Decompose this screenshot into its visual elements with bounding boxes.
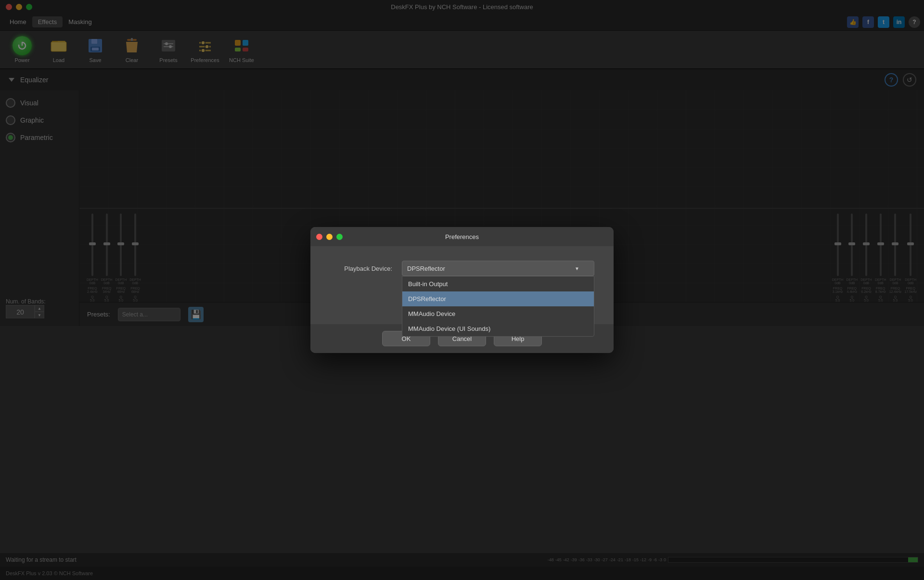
dialog-titlebar: Preferences (310, 227, 614, 246)
dropdown-arrow-icon: ▼ (575, 266, 579, 271)
device-dropdown-list: Built-in Output DPSReflector MMAudio Dev… (402, 276, 594, 337)
dialog-body: Playback Device: DPSReflector ▼ Built-in… (310, 246, 614, 324)
dialog-minimize-button[interactable] (326, 234, 333, 240)
dialog-window-controls (316, 234, 343, 240)
dialog-close-button[interactable] (316, 234, 322, 240)
playback-device-select[interactable]: DPSReflector ▼ (402, 261, 594, 276)
modal-overlay: Preferences Playback Device: DPSReflecto… (0, 0, 924, 580)
selected-device-text: DPSReflector (407, 265, 445, 272)
device-option-2[interactable]: DPSReflector (402, 291, 594, 306)
playback-device-label: Playback Device: (330, 265, 392, 272)
playback-device-row: Playback Device: DPSReflector ▼ Built-in… (330, 261, 594, 276)
device-option-4[interactable]: MMAudio Device (UI Sounds) (402, 321, 594, 336)
dialog-title: Preferences (445, 233, 479, 240)
device-option-1[interactable]: Built-in Output (402, 277, 594, 291)
device-option-3[interactable]: MMAudio Device (402, 306, 594, 321)
preferences-dialog: Preferences Playback Device: DPSReflecto… (310, 227, 614, 353)
playback-device-dropdown[interactable]: DPSReflector ▼ Built-in Output DPSReflec… (402, 261, 594, 276)
dialog-maximize-button[interactable] (336, 234, 343, 240)
